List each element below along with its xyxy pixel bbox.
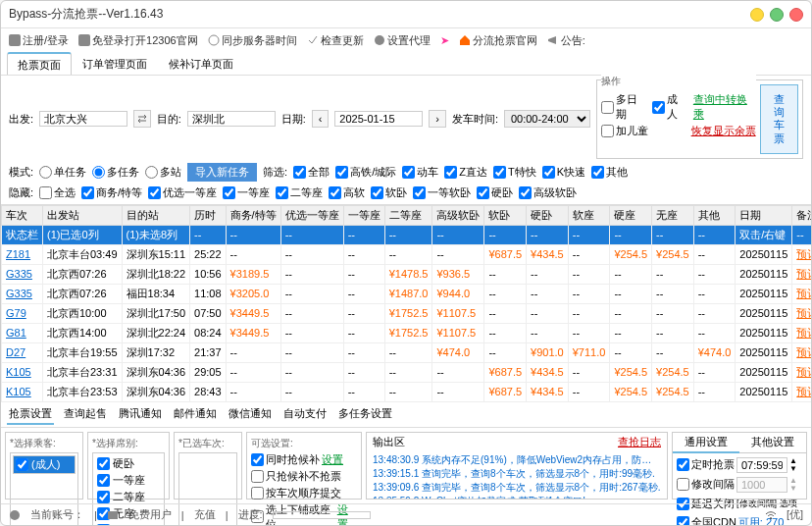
to-input[interactable] (187, 111, 276, 127)
hide-first-checkbox[interactable]: 一等座 (223, 185, 270, 200)
table-header[interactable]: 一等座 (343, 205, 384, 225)
main-tab[interactable]: 订单管理页面 (72, 52, 158, 75)
table-row[interactable]: Z181北京丰台03:49深圳东15:1125:22----------¥687… (2, 244, 812, 264)
table-header[interactable]: 软卧 (484, 205, 527, 225)
notice-link[interactable]: 公告: (547, 33, 585, 48)
window-maximize-button[interactable] (770, 8, 784, 22)
table-header[interactable]: 二等座 (384, 205, 432, 225)
status-row[interactable]: 状态栏(1)已选0列(1)未选8列-----------------------… (2, 225, 812, 244)
setting-tab[interactable]: 抢票设置 (7, 404, 54, 425)
filter-all-checkbox[interactable]: 全部 (293, 165, 330, 180)
proxy-link[interactable]: 设置代理 (374, 33, 431, 48)
multi-date-checkbox[interactable]: 多日期 (601, 92, 646, 122)
table-header[interactable]: 目的站 (122, 205, 190, 225)
train-link[interactable]: D27 (6, 346, 25, 358)
train-link[interactable]: K105 (6, 366, 31, 378)
spinner-icon[interactable]: ▲▼ (789, 457, 797, 473)
train-link[interactable]: Z181 (6, 248, 30, 260)
sync-time-link[interactable]: 同步服务器时间 (208, 33, 297, 48)
opt-onlyhoubu-checkbox[interactable]: 只抢候补不抢票 (251, 469, 357, 484)
train-link[interactable]: K105 (6, 386, 31, 397)
table-header[interactable]: 硬卧 (527, 205, 569, 225)
table-header[interactable]: 无座 (652, 205, 694, 225)
swap-button[interactable] (133, 110, 151, 128)
table-row[interactable]: G79北京西10:00深圳北17:5007:50¥3449.5----¥1752… (2, 303, 812, 323)
hide-asoft-checkbox[interactable]: 高级软卧 (519, 185, 577, 200)
table-header[interactable]: 优选一等座 (280, 205, 343, 225)
register-link[interactable]: 注册/登录 (9, 33, 69, 48)
mode-multi-radio[interactable]: 多任务 (92, 165, 139, 180)
order-link[interactable]: 预订 (796, 288, 811, 299)
train-link[interactable]: G81 (6, 327, 26, 339)
setting-tab[interactable]: 腾讯通知 (117, 404, 164, 425)
official-link[interactable]: 分流抢票官网 (459, 33, 537, 48)
hide-biz-checkbox[interactable]: 商务/特等 (81, 185, 142, 200)
check-update-link[interactable]: 检查更新 (307, 33, 364, 48)
train-link[interactable]: G335 (6, 268, 32, 280)
table-header[interactable]: 高级软卧 (432, 205, 484, 225)
table-header[interactable]: 历时 (190, 205, 227, 225)
order-link[interactable]: 预订 (796, 248, 811, 260)
seat-option[interactable]: 硬卧 (95, 455, 162, 472)
hide-ysoft-checkbox[interactable]: 一等软卧 (413, 185, 471, 200)
date-prev-button[interactable]: ‹ (312, 110, 330, 128)
recharge-link[interactable]: 充值 (194, 507, 216, 522)
mode-multistation-radio[interactable]: 多站 (145, 165, 181, 180)
table-row[interactable]: K105北京丰台23:31深圳东04:3629:05----------¥687… (2, 362, 812, 382)
general-tab-other[interactable]: 其他设置 (739, 433, 806, 453)
hide-second-checkbox[interactable]: 二等座 (276, 185, 323, 200)
table-header[interactable]: 备注 (792, 205, 811, 225)
train-link[interactable]: G335 (6, 288, 32, 299)
table-row[interactable]: D27北京丰台19:55深圳17:3221:37--------¥474.0--… (2, 342, 812, 362)
mode-single-radio[interactable]: 单任务 (39, 165, 86, 180)
table-row[interactable]: G335北京西07:26福田18:3411:08¥3205.0----¥1487… (2, 284, 812, 303)
table-header[interactable]: 商务/特等 (226, 205, 280, 225)
hide-gsoft-checkbox[interactable]: 高软 (329, 185, 365, 200)
child-checkbox[interactable]: 加儿童 (601, 124, 648, 138)
order-link[interactable]: 预订 (796, 327, 811, 339)
opt-order-checkbox[interactable]: 按车次顺序提交 (251, 486, 357, 500)
from-input[interactable] (39, 111, 127, 127)
filter-gt-checkbox[interactable]: 高铁/城际 (335, 165, 396, 180)
passenger-item[interactable]: (成人) (13, 455, 76, 474)
departure-time-select[interactable]: 00:00-24:00 (504, 110, 590, 128)
table-header[interactable]: 车次 (2, 205, 43, 225)
hide-hard-checkbox[interactable]: 硬卧 (477, 185, 513, 200)
timed-grab-checkbox[interactable]: 定时抢票 (677, 457, 735, 472)
open-12306-link[interactable]: 免登录打开12306官网 (78, 33, 198, 48)
table-header[interactable]: 硬座 (610, 205, 652, 225)
table-header[interactable]: 软座 (568, 205, 610, 225)
opt-houbu-set-link[interactable]: 设置 (322, 452, 343, 467)
adult-checkbox[interactable]: 成人 (652, 92, 687, 122)
window-minimize-button[interactable] (750, 8, 764, 22)
filter-k-checkbox[interactable]: K快速 (542, 165, 585, 180)
setting-tab[interactable]: 邮件通知 (172, 404, 219, 425)
transfer-link[interactable]: 查询中转换乘 (693, 92, 756, 122)
date-next-button[interactable]: › (429, 110, 446, 128)
table-header[interactable]: 出发站 (43, 205, 123, 225)
setting-tab[interactable]: 微信通知 (227, 404, 274, 425)
output-log-link[interactable]: 查抢日志 (618, 435, 661, 449)
timed-input[interactable] (736, 457, 787, 473)
table-row[interactable]: K105北京丰台23:53深圳东04:3628:43----------¥687… (2, 382, 812, 401)
window-close-button[interactable] (789, 8, 803, 22)
hide-soft-checkbox[interactable]: 软卧 (371, 185, 407, 200)
order-link[interactable]: 预订 (796, 268, 811, 280)
table-row[interactable]: G335北京西07:26深圳北18:2210:56¥3189.5----¥147… (2, 264, 812, 284)
train-link[interactable]: G79 (6, 307, 26, 319)
query-tickets-button[interactable]: 查询 车票 (760, 84, 798, 154)
output-body[interactable]: 13:48:30.9 系统内存不足(91%)，降低WebView2内存占用，防止… (367, 451, 667, 499)
hide-selectall-checkbox[interactable]: 全选 (39, 185, 76, 200)
order-link[interactable]: 预订 (796, 386, 811, 397)
hide-pri-checkbox[interactable]: 优选一等座 (148, 185, 217, 200)
order-link[interactable]: 预订 (796, 346, 811, 358)
interval-checkbox[interactable]: 修改间隔 (677, 477, 735, 492)
table-header[interactable]: 日期 (736, 205, 792, 225)
setting-tab[interactable]: 自动支付 (281, 404, 329, 425)
restore-link[interactable]: 恢复显示余票 (691, 124, 756, 138)
main-tab[interactable]: 候补订单页面 (158, 52, 244, 75)
filter-t-checkbox[interactable]: T特快 (493, 165, 536, 180)
filter-other-checkbox[interactable]: 其他 (591, 165, 628, 180)
setting-tab[interactable]: 多任务设置 (336, 404, 394, 425)
filter-d-checkbox[interactable]: 动车 (402, 165, 438, 180)
